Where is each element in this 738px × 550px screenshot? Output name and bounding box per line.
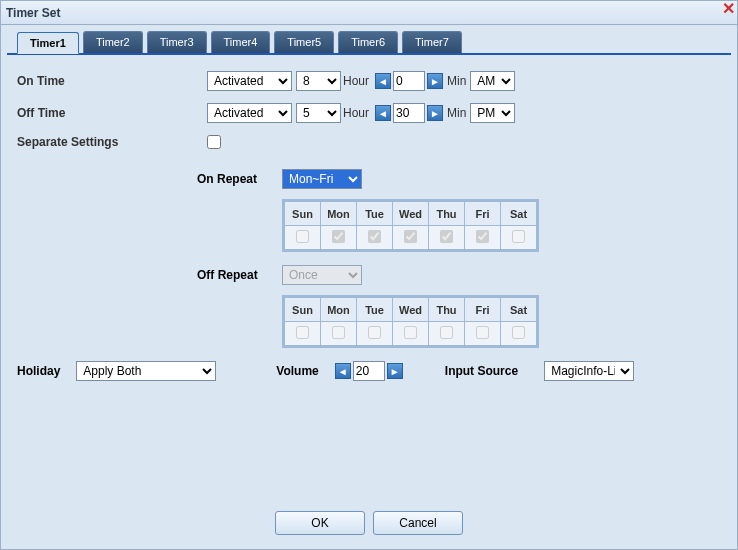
tab-underline [7,53,731,55]
off-repeat-select: Once [282,265,362,285]
off-repeat-wed-checkbox [404,326,417,339]
footer: OK Cancel [7,497,731,549]
day-header: Sat [501,202,537,226]
off-time-label: Off Time [17,106,127,120]
volume-input[interactable] [353,361,385,381]
off-repeat-label: Off Repeat [197,268,282,282]
day-header: Mon [321,202,357,226]
off-time-minute-input[interactable] [393,103,425,123]
on-repeat-label: On Repeat [197,172,282,186]
tab-timer7[interactable]: Timer7 [402,31,462,53]
separate-settings-checkbox[interactable] [207,135,221,149]
on-time-min-up-icon[interactable]: ► [427,73,443,89]
on-time-controls: Activated 8 Hour ◄ ► Min AM [207,71,721,91]
on-time-label: On Time [17,74,127,88]
on-repeat-day-grid: Sun Mon Tue Wed Thu Fri Sat [282,199,539,252]
off-time-activation-select[interactable]: Activated [207,103,292,123]
volume-label: Volume [276,364,318,378]
titlebar: Timer Set ✕ [1,1,737,25]
on-repeat-wed-checkbox[interactable] [404,230,417,243]
hour-unit: Hour [343,74,369,88]
tab-content: On Time Activated 8 Hour ◄ ► Min AM Off … [7,65,731,497]
tab-timer4[interactable]: Timer4 [211,31,271,53]
day-header: Mon [321,298,357,322]
on-time-minute-input[interactable] [393,71,425,91]
off-repeat-tue-checkbox [368,326,381,339]
day-header: Thu [429,202,465,226]
tab-timer1[interactable]: Timer1 [17,32,79,54]
cancel-button[interactable]: Cancel [373,511,463,535]
day-header: Tue [357,298,393,322]
close-icon[interactable]: ✕ [722,0,735,18]
volume-down-icon[interactable]: ◄ [335,363,351,379]
tab-timer5[interactable]: Timer5 [274,31,334,53]
window-body: Timer1 Timer2 Timer3 Timer4 Timer5 Timer… [1,25,737,549]
off-repeat-sat-checkbox [512,326,525,339]
off-repeat-block: Off Repeat Once Sun Mon Tue Wed Thu Fri … [197,265,721,351]
on-repeat-thu-checkbox[interactable] [440,230,453,243]
off-time-min-up-icon[interactable]: ► [427,105,443,121]
tab-strip: Timer1 Timer2 Timer3 Timer4 Timer5 Timer… [7,31,731,53]
bottom-row: Holiday Apply Both Volume ◄ ► Input Sour… [17,361,721,381]
input-source-label: Input Source [445,364,518,378]
day-header: Tue [357,202,393,226]
off-repeat-sun-checkbox [296,326,309,339]
off-repeat-fri-checkbox [476,326,489,339]
on-repeat-fri-checkbox[interactable] [476,230,489,243]
window-title: Timer Set [6,6,60,20]
on-time-min-down-icon[interactable]: ◄ [375,73,391,89]
hour-unit-2: Hour [343,106,369,120]
separate-settings-label: Separate Settings [17,135,207,149]
on-repeat-sat-checkbox[interactable] [512,230,525,243]
on-time-activation-select[interactable]: Activated [207,71,292,91]
off-repeat-row: Off Repeat Once [197,265,721,285]
on-repeat-tue-checkbox[interactable] [368,230,381,243]
holiday-label: Holiday [17,364,60,378]
day-header: Wed [393,202,429,226]
on-repeat-mon-checkbox[interactable] [332,230,345,243]
min-unit: Min [447,74,466,88]
day-header: Sun [285,202,321,226]
on-time-ampm-select[interactable]: AM [470,71,515,91]
off-repeat-mon-checkbox [332,326,345,339]
on-repeat-select[interactable]: Mon~Fri [282,169,362,189]
on-repeat-block: On Repeat Mon~Fri Sun Mon Tue Wed Thu Fr… [197,169,721,255]
input-source-select[interactable]: MagicInfo-Lite [544,361,634,381]
off-time-ampm-select[interactable]: PM [470,103,515,123]
timer-set-window: Timer Set ✕ Timer1 Timer2 Timer3 Timer4 … [0,0,738,550]
off-repeat-thu-checkbox [440,326,453,339]
day-header: Sun [285,298,321,322]
on-repeat-row: On Repeat Mon~Fri [197,169,721,189]
tab-timer6[interactable]: Timer6 [338,31,398,53]
on-time-hour-select[interactable]: 8 [296,71,341,91]
tab-timer2[interactable]: Timer2 [83,31,143,53]
off-time-row: Off Time Activated 5 Hour ◄ ► Min PM [17,103,721,123]
separate-settings-row: Separate Settings [17,135,721,149]
day-header: Thu [429,298,465,322]
on-repeat-sun-checkbox[interactable] [296,230,309,243]
day-header: Fri [465,298,501,322]
ok-button[interactable]: OK [275,511,365,535]
day-header: Wed [393,298,429,322]
min-unit-2: Min [447,106,466,120]
holiday-select[interactable]: Apply Both [76,361,216,381]
on-time-row: On Time Activated 8 Hour ◄ ► Min AM [17,71,721,91]
off-time-hour-select[interactable]: 5 [296,103,341,123]
day-header: Fri [465,202,501,226]
volume-up-icon[interactable]: ► [387,363,403,379]
tab-timer3[interactable]: Timer3 [147,31,207,53]
day-header: Sat [501,298,537,322]
off-repeat-day-grid: Sun Mon Tue Wed Thu Fri Sat [282,295,539,348]
off-time-controls: Activated 5 Hour ◄ ► Min PM [207,103,721,123]
off-time-min-down-icon[interactable]: ◄ [375,105,391,121]
